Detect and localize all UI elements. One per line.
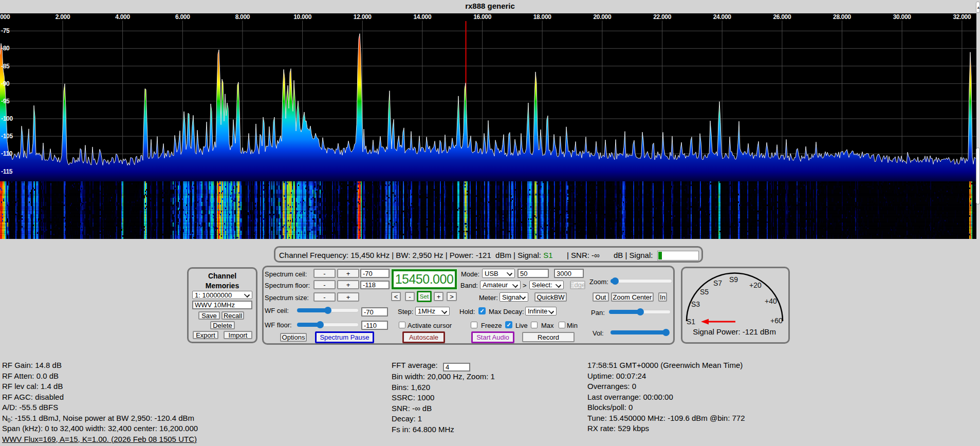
svg-text:-95: -95	[1, 98, 10, 105]
svg-text:28.000: 28.000	[833, 13, 852, 21]
svg-text:30.000: 30.000	[893, 13, 912, 21]
svg-text:2.000: 2.000	[56, 13, 70, 21]
svg-text:4.000: 4.000	[115, 13, 130, 21]
svg-text:S7: S7	[713, 279, 722, 287]
svg-text:+20: +20	[749, 281, 762, 289]
svg-text:-90: -90	[1, 80, 10, 87]
svg-text:+60: +60	[770, 317, 783, 325]
svg-text:16.000: 16.000	[473, 13, 492, 21]
svg-text:-100: -100	[1, 115, 13, 122]
svg-text:6.000: 6.000	[175, 13, 190, 21]
svg-text:8.000: 8.000	[235, 13, 250, 21]
svg-text:26.000: 26.000	[773, 13, 791, 21]
svg-text:-105: -105	[1, 133, 13, 140]
svg-text:+40: +40	[765, 297, 777, 305]
svg-text:-115: -115	[1, 168, 13, 175]
svg-text:14.000: 14.000	[413, 13, 432, 21]
svg-text:S9: S9	[729, 275, 738, 284]
svg-text:32.000: 32.000	[953, 13, 971, 21]
svg-text:-80: -80	[1, 45, 10, 52]
svg-text:18.000: 18.000	[533, 13, 552, 21]
svg-text:S5: S5	[700, 288, 709, 296]
svg-text:-110: -110	[1, 150, 13, 157]
svg-text:-75: -75	[1, 27, 10, 34]
svg-text:20.000: 20.000	[593, 13, 612, 21]
svg-text:12.000: 12.000	[354, 13, 372, 21]
svg-text:0.000: 0.000	[0, 13, 10, 21]
svg-text:S1: S1	[687, 318, 695, 326]
svg-text:24.000: 24.000	[713, 13, 732, 21]
svg-text:10.000: 10.000	[293, 13, 312, 21]
svg-text:Signal Power: -121 dBm: Signal Power: -121 dBm	[693, 327, 776, 336]
svg-text:S3: S3	[691, 300, 700, 308]
svg-text:22.000: 22.000	[653, 13, 672, 21]
svg-text:-85: -85	[1, 63, 10, 70]
